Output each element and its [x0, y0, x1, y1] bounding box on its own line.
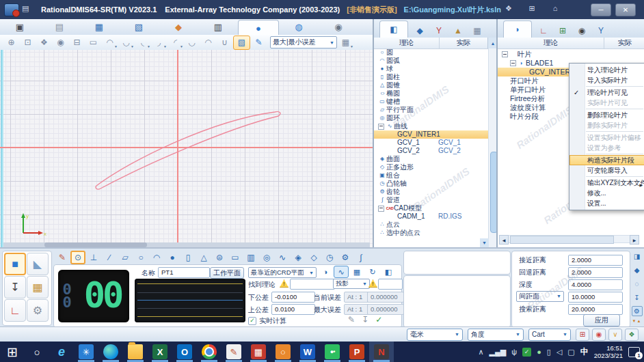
tool-icon[interactable]: ◨	[632, 251, 643, 262]
tree-row[interactable]: 齿轮	[374, 188, 489, 196]
param-input[interactable]: 4.0000	[568, 279, 623, 290]
security-icon[interactable]: ▦	[246, 342, 271, 362]
fixture-button[interactable]: ◣	[27, 253, 49, 275]
curve-button[interactable]: ∿	[275, 251, 290, 264]
context-menu-item[interactable]: 导入理论叶片	[569, 65, 644, 75]
machine-view-button[interactable]: ■	[4, 253, 26, 275]
tree-row[interactable]: 平行平面	[374, 106, 489, 114]
fit-view-button[interactable]: ⊕▼	[3, 36, 19, 49]
tab-measure[interactable]: ●	[238, 20, 279, 36]
expander-icon[interactable]	[510, 60, 516, 66]
antivirus-icon[interactable]: ✓	[522, 348, 531, 357]
tab-probe[interactable]: Y	[431, 24, 446, 38]
angle-select[interactable]: 角度▼	[468, 329, 524, 341]
view-box-button[interactable]: ▭▼	[85, 36, 101, 49]
table-toggle[interactable]: ▦	[349, 266, 364, 278]
blade-hscrollbar[interactable]: ◀ ▶	[499, 235, 639, 243]
tree-row[interactable]: 点云	[374, 221, 489, 229]
wechat-icon[interactable]: ●•	[320, 342, 345, 362]
tree-row[interactable]: 叶片	[498, 50, 644, 59]
edge-icon[interactable]	[98, 342, 123, 362]
tab-machine[interactable]: ▦	[79, 19, 119, 35]
menu-icon[interactable]: ▤	[22, 4, 33, 14]
param-input[interactable]: 20.0000	[568, 304, 623, 315]
gear-button[interactable]: ⚙	[338, 251, 353, 264]
view-back-button[interactable]: ◜▼	[167, 36, 183, 49]
sphere-button[interactable]: ●	[165, 251, 180, 264]
param-input[interactable]: 2.0000	[568, 267, 623, 278]
arc-button[interactable]: ◠	[149, 251, 164, 264]
projection-input[interactable]	[378, 279, 403, 290]
taskbar-clock[interactable]: 16:51 2023/3/21	[594, 344, 623, 360]
context-menu-item[interactable]: 构造实际叶片段	[569, 155, 644, 165]
explorer-icon[interactable]	[123, 342, 148, 362]
axis-button[interactable]: ⊥	[86, 251, 101, 264]
eye-button[interactable]: ◉▼	[53, 36, 68, 49]
cylinder-button[interactable]: ▯	[180, 251, 196, 264]
view-side-button[interactable]: ◟▼	[135, 36, 150, 49]
tree-row[interactable]: 球	[374, 65, 489, 73]
grid-points-icon[interactable]: ⊞	[576, 329, 589, 341]
probe-ball-icon[interactable]: ◉	[592, 329, 606, 341]
tree-row[interactable]: CADM_1 RD.IGS	[374, 212, 489, 221]
plane-button[interactable]: ▱	[118, 251, 133, 264]
workplane-button[interactable]: 工作平面	[210, 267, 244, 279]
minimize-button[interactable]: ─	[591, 3, 611, 16]
param-label[interactable]: 搜索距离	[519, 305, 546, 314]
tree-row[interactable]: 圆弧	[374, 57, 489, 65]
surface-button[interactable]: ◈	[291, 251, 306, 264]
projection-select[interactable]: 投影▼	[333, 279, 370, 289]
outlook-icon[interactable]: O	[172, 342, 197, 362]
scatter-icon[interactable]: ❖	[625, 329, 639, 341]
view-front-button[interactable]: ◡▼	[118, 36, 134, 49]
context-menu-item[interactable]: 可变轮廓导入	[569, 165, 644, 176]
find-theory-input[interactable]	[290, 279, 335, 290]
expander-icon[interactable]	[378, 206, 384, 212]
context-menu-item[interactable]: 删除实际叶片	[569, 120, 644, 130]
camshaft-button[interactable]: ◷	[322, 251, 337, 264]
tab-probe-cfg[interactable]: Y	[593, 24, 608, 38]
sunlogin-icon[interactable]: ✳	[74, 342, 98, 362]
battery-icon[interactable]: ▯	[547, 348, 551, 357]
scroll-track[interactable]	[509, 235, 630, 243]
volume-icon[interactable]: ◁	[556, 348, 562, 357]
tab-window[interactable]: ⊞	[555, 24, 570, 38]
parallel-planes-button[interactable]: ▥	[243, 251, 258, 264]
graphics-canvas[interactable]: y x	[0, 50, 373, 247]
scroll-left-button[interactable]: ◀	[499, 235, 509, 245]
crd-plane-select[interactable]: 最靠近的CRD平面▼	[248, 267, 317, 278]
tree-row[interactable]: CAD模型	[374, 204, 489, 212]
apply-button[interactable]: 应用	[583, 314, 620, 326]
scroll-right-button[interactable]: ▶	[630, 235, 639, 245]
pipe-button[interactable]: ∫	[353, 251, 368, 264]
tree-row[interactable]: 曲线	[374, 122, 489, 130]
view-top-button[interactable]: ◞▼	[151, 36, 167, 49]
tree-row[interactable]: 圆锥	[374, 81, 489, 89]
context-menu-item[interactable]: 导入实际叶片	[569, 75, 644, 85]
tab-layers[interactable]: ▧	[119, 19, 159, 35]
context-menu-item[interactable]: 修改...	[569, 188, 644, 198]
param-label[interactable]: 深度	[519, 280, 533, 290]
notification-button[interactable]: 1	[628, 347, 640, 357]
ime-indicator[interactable]: 中	[580, 346, 589, 358]
paint-icon[interactable]: ✎	[222, 342, 246, 362]
tab-blade[interactable]: ◗	[503, 20, 532, 38]
context-menu-item[interactable]: 设置实际叶片偏移	[569, 133, 644, 143]
excel-icon[interactable]: X	[148, 342, 172, 362]
canvas-hscroll-thumb[interactable]	[44, 242, 147, 247]
lower-tol-input[interactable]: -0.0100	[271, 292, 315, 303]
tab-document[interactable]: ▤	[40, 19, 79, 35]
context-menu-item[interactable]: 实际叶片可见	[569, 98, 644, 108]
graph-toggle[interactable]: ∿	[334, 266, 349, 278]
start-button[interactable]: ⊞	[0, 342, 25, 362]
probe-small-icon[interactable]: ↧	[362, 315, 368, 324]
scroll-thumb[interactable]	[510, 236, 614, 244]
tree-row[interactable]: 管道	[374, 196, 489, 204]
context-menu-item[interactable]: 理论叶片可见	[569, 87, 644, 98]
tab-mesh[interactable]: ▦	[470, 24, 485, 38]
tree-row[interactable]: 选中的点云	[374, 229, 489, 237]
report-grid-button[interactable]: ▦▼	[338, 36, 353, 49]
context-menu-item[interactable]: 输出XYZ到文本文件	[569, 178, 644, 188]
shading-button[interactable]: ▧▼	[233, 36, 250, 50]
settings-gear-icon[interactable]: ⚙	[632, 306, 643, 316]
